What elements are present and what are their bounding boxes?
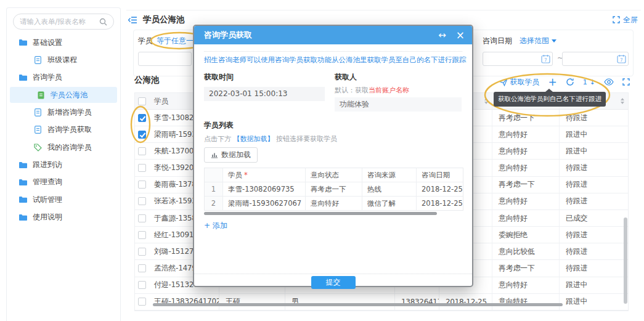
collapse-menu-icon[interactable] (128, 16, 137, 24)
filter-student-operator[interactable]: 等于任意一 (157, 36, 194, 46)
cell-index: 1 (205, 182, 223, 196)
sidebar-item-6[interactable]: 我的咨询学员 (7, 139, 120, 156)
cell-follow: 跟进中 (560, 143, 628, 159)
cell-follow: 待跟进 (560, 243, 628, 259)
pool-section-title: 公海池 (134, 75, 160, 86)
fullscreen-icon (613, 16, 620, 23)
acquire-person-hint: 默认：获取当前账户名称 (335, 86, 462, 95)
sidebar-item-8[interactable]: 管理查询 (7, 174, 120, 191)
tag-icon (33, 144, 43, 152)
cell-intent: 意向比较低 (492, 243, 560, 259)
sidebar-item-7[interactable]: 跟进到访 (7, 156, 120, 173)
sidebar-item-label: 新增咨询学员 (47, 107, 92, 118)
chevron-down-icon (552, 39, 556, 43)
sort-order-number: 1 (583, 78, 587, 86)
add-row-button[interactable]: + (548, 78, 557, 86)
acquire-students-button[interactable]: 获取学员 (499, 77, 540, 87)
sort-toggle-icon[interactable] (484, 98, 488, 104)
modal-horizontal-scrollbar-thumb[interactable] (204, 212, 437, 215)
folder-icon (18, 39, 28, 46)
folder-icon (18, 214, 28, 221)
modal-col-index (205, 168, 223, 182)
modal-table-row: 1李雪-13082069735再考虑一下热线2018-12-25 (205, 182, 463, 197)
row-checkbox[interactable] (138, 114, 146, 122)
calendar-icon[interactable]: 7 (541, 54, 550, 63)
load-hint: 点击下方 【数据加载】 按钮选择要获取学员 (204, 134, 462, 144)
sidebar-item-label: 使用说明 (33, 212, 62, 222)
acquire-time-value: 2022-03-01 15:00:13 (204, 87, 325, 101)
row-checkbox[interactable] (138, 164, 146, 172)
row-checkbox[interactable] (138, 298, 146, 306)
sidebar-item-label: 基础设置 (33, 38, 62, 48)
app-root: 请输入表单/报表名称 基础设置班级课程咨询学员学员公海池新增咨询学员咨询学员获取… (0, 0, 644, 321)
column-visibility-button[interactable] (604, 78, 614, 86)
row-checkbox[interactable] (138, 231, 146, 239)
sidebar-item-label: 管理查询 (33, 177, 62, 187)
sidebar-search-box[interactable]: 请输入表单/报表名称 (13, 14, 114, 30)
filter-date-label: 咨询日期 (483, 36, 512, 46)
cell-source: 微信了解 (362, 197, 417, 210)
cell-date: 2018-12-25 (417, 182, 464, 196)
row-checkbox[interactable] (138, 197, 146, 205)
cell-follow: 跟进中 (560, 277, 628, 293)
cell-intent: 意向特好 (492, 143, 560, 159)
cell-follow: 待跟进 (560, 227, 628, 243)
fullscreen-button[interactable]: 全屏 (613, 15, 641, 25)
cell-follow: 待跟进 (560, 160, 628, 176)
sidebar-item-label: 试听管理 (33, 195, 62, 205)
document-icon (33, 108, 43, 116)
cell-follow: 待跟进 (560, 193, 628, 209)
row-checkbox[interactable] (138, 248, 146, 256)
cell-gender: 男 (285, 294, 395, 310)
row-checkbox[interactable] (138, 131, 146, 139)
load-hint-link[interactable]: 【数据加载】 (234, 135, 274, 143)
sidebar-item-4[interactable]: 新增咨询学员 (7, 104, 120, 121)
sidebar-item-1[interactable]: 班级课程 (7, 51, 120, 68)
cell-intent: 再考虑一下 (492, 177, 560, 193)
cell-index: 2 (205, 197, 223, 210)
row-checkbox[interactable] (138, 181, 146, 189)
submit-button[interactable]: 提交 (311, 276, 356, 289)
calendar-icon[interactable]: 7 (617, 54, 626, 63)
folder-icon (18, 196, 28, 203)
vertical-scrollbar-thumb[interactable] (624, 217, 627, 304)
sidebar-item-5[interactable]: 咨询学员获取 (7, 121, 120, 139)
cell-follow: 待跟进 (560, 260, 628, 276)
sidebar-item-label: 跟进到访 (33, 160, 62, 170)
modal-student-table: 学员* 意向状态 咨询来源 咨询日期 1李雪-13082069735再考虑一下热… (204, 168, 463, 211)
cell-intent: 意向特好 (492, 294, 560, 310)
row-checkbox[interactable] (138, 264, 146, 272)
refresh-button[interactable] (566, 78, 574, 86)
search-icon (99, 18, 107, 26)
sidebar-item-0[interactable]: 基础设置 (7, 34, 120, 51)
resize-icon[interactable]: ↔ (438, 31, 446, 40)
cell-follow: 待跟进 (560, 110, 628, 126)
sort-toggle-icon[interactable] (621, 98, 624, 104)
filter-date-operator[interactable]: 选择范围 (520, 36, 556, 46)
select-all-checkbox[interactable] (138, 97, 146, 105)
cell-intent: 再考虑一下 (306, 182, 362, 196)
add-student-link[interactable]: + 添加 (204, 221, 227, 231)
row-checkbox[interactable] (138, 214, 146, 222)
cell-intent: 意向特好 (492, 193, 560, 209)
data-load-button[interactable]: 数据加载 (204, 147, 258, 163)
sidebar-item-label: 咨询学员 (33, 72, 62, 83)
sidebar-item-label: 咨询学员获取 (47, 124, 92, 135)
modal-col-intent: 意向状态 (306, 168, 362, 182)
filter-student-input[interactable] (138, 52, 192, 66)
sidebar-item-10[interactable]: 使用说明 (7, 209, 120, 226)
sort-order-button[interactable]: 1↓ (583, 78, 595, 86)
divider (194, 274, 472, 274)
sidebar-item-2[interactable]: 咨询学员 (7, 69, 120, 86)
close-icon[interactable]: × (456, 30, 465, 41)
row-checkbox[interactable] (138, 147, 146, 155)
expand-table-icon[interactable] (622, 78, 630, 86)
modal-col-student: 学员* (223, 168, 306, 182)
row-checkbox[interactable] (138, 281, 146, 289)
modal-description: 招生咨询老师可以使用咨询学员获取功能从公海池里获取学员至自己的名下进行跟踪 (204, 55, 462, 65)
cell-intent: 意向特好 (492, 277, 560, 293)
sidebar-item-9[interactable]: 试听管理 (7, 191, 120, 208)
bar-chart-icon (211, 152, 218, 158)
horizontal-scrollbar-thumb[interactable] (153, 303, 563, 306)
sidebar-item-3[interactable]: 学员公海池 (10, 87, 117, 103)
